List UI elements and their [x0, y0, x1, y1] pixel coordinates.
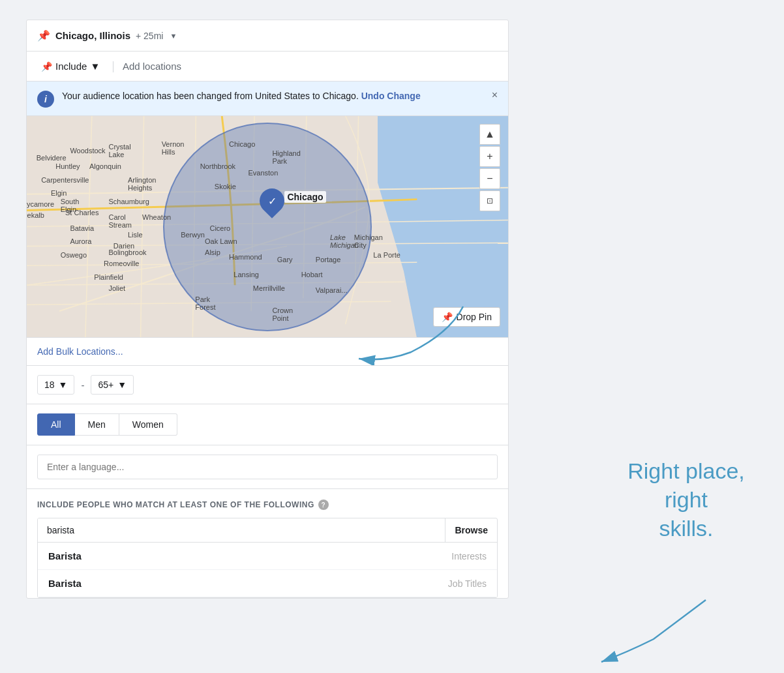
city-label-elgin: Elgin	[51, 189, 67, 197]
location-dropdown-arrow[interactable]: ▼	[170, 32, 177, 40]
city-label-wheaton: Wheaton	[142, 213, 171, 221]
search-result-barista-interests[interactable]: Barista Interests	[38, 543, 497, 570]
include-label: Include	[55, 61, 87, 72]
map-ctrl-up[interactable]: ▲	[479, 124, 500, 145]
city-label-lansing: Lansing	[234, 271, 259, 278]
gender-all-button[interactable]: All	[37, 413, 75, 436]
city-label-michigan-city: MichiganCity	[354, 233, 383, 249]
city-label-gary: Gary	[277, 256, 293, 263]
city-label-hammond: Hammond	[229, 253, 262, 261]
info-text-before: Your audience location has been changed …	[62, 91, 359, 101]
city-label-chicago-north: Chicago	[229, 140, 255, 148]
city-label-cicero: Cicero	[209, 224, 230, 232]
search-result-barista-job[interactable]: Barista Job Titles	[38, 570, 497, 597]
drop-pin-button[interactable]: 📌 Drop Pin	[433, 307, 500, 327]
city-label-romeoville: Romeoville	[104, 260, 139, 267]
browse-button[interactable]: Browse	[445, 518, 497, 542]
drop-pin-icon: 📌	[442, 312, 453, 322]
page-wrapper: 📌 Chicago, Illinois + 25mi ▼ 📌 Include ▼…	[13, 13, 771, 660]
search-browse-container: Browse Barista Interests Barista Job Tit…	[37, 518, 498, 598]
city-label-woodstock: Woodstock	[70, 147, 105, 155]
annotation-text: Right place, rightskills.	[614, 456, 758, 543]
result-name-barista-2: Barista	[48, 578, 82, 589]
map-zoom-out[interactable]: −	[479, 168, 500, 189]
undo-change-link[interactable]: Undo Change	[361, 91, 421, 101]
drop-pin-label: Drop Pin	[457, 312, 492, 322]
map-pin-label: Chicago	[284, 191, 325, 203]
age-row: 18 ▼ - 65+ ▼	[27, 366, 508, 404]
map-zoom-in[interactable]: +	[479, 146, 500, 167]
city-label-schaumburg: Schaumburg	[108, 198, 149, 205]
gender-row: All Men Women	[27, 404, 508, 445]
city-label-berwyn: Berwyn	[181, 231, 205, 239]
location-pin-icon: 📌	[37, 29, 50, 42]
help-icon[interactable]: ?	[318, 500, 329, 510]
location-row: 📌 Chicago, Illinois + 25mi ▼	[27, 20, 508, 52]
city-label-skokie: Skokie	[215, 183, 236, 190]
city-label-vernon-hills: VernonHills	[162, 140, 185, 156]
info-icon: i	[37, 91, 54, 108]
search-results-dropdown: Barista Interests Barista Job Titles	[38, 543, 497, 597]
language-input[interactable]	[37, 455, 498, 479]
age-separator: -	[81, 380, 84, 391]
interest-search-input[interactable]	[38, 518, 445, 542]
city-label-joliet: Joliet	[108, 284, 125, 292]
include-row: 📌 Include ▼ | Add locations	[27, 52, 508, 82]
city-label-sycamore: Sycamore	[27, 200, 54, 208]
city-label-evanston: Evanston	[248, 169, 278, 177]
gender-women-button[interactable]: Women	[119, 413, 177, 436]
city-label-park-forest: ParkForest	[195, 295, 215, 311]
city-label-huntley: Huntley	[55, 162, 80, 170]
include-dropdown-arrow: ▼	[90, 61, 100, 72]
age-max-value: 65+	[98, 380, 113, 390]
age-max-select[interactable]: 65+ ▼	[91, 375, 134, 395]
city-label-lisle: Lisle	[128, 231, 143, 239]
include-people-label: INCLUDE people who match at least ONE of…	[37, 500, 498, 510]
map-background: Belvidere Woodstock CrystalLake VernonHi…	[27, 116, 508, 337]
map-fullscreen[interactable]: ⊡	[479, 190, 500, 211]
age-min-arrow: ▼	[59, 380, 68, 390]
search-input-row: Browse	[38, 518, 497, 543]
city-label-highland-park: HighlandPark	[272, 149, 300, 165]
bulk-locations-row: Add Bulk Locations...	[27, 338, 508, 366]
map-pin: ✓ Chicago	[260, 188, 284, 213]
close-banner-button[interactable]: ×	[489, 89, 500, 101]
bulk-locations-link[interactable]: Add Bulk Locations...	[37, 346, 123, 357]
arrow-barista	[588, 593, 719, 672]
city-label-alsip: Alsip	[205, 248, 220, 256]
include-button[interactable]: 📌 Include ▼	[37, 58, 104, 74]
city-label-merrillville: Merrillville	[253, 284, 285, 292]
map-pin-check: ✓	[268, 195, 277, 207]
info-banner: i Your audience location has been change…	[27, 82, 508, 116]
city-label-crystal-lake: CrystalLake	[108, 143, 130, 158]
city-label-northbrook: Northbrook	[200, 162, 235, 170]
map-container: Belvidere Woodstock CrystalLake VernonHi…	[27, 116, 508, 338]
result-category-job-titles: Job Titles	[448, 578, 487, 589]
include-people-label-text: INCLUDE people who match at least ONE of…	[37, 500, 314, 509]
result-name-barista-1: Barista	[48, 550, 82, 561]
city-label-carpentersville: Carpentersville	[41, 176, 89, 184]
age-min-select[interactable]: 18 ▼	[37, 375, 74, 395]
language-row	[27, 445, 508, 489]
city-label-valparaiso: Valparai...	[316, 286, 348, 294]
location-radius: + 25mi	[136, 31, 163, 41]
city-label-hobart: Hobart	[301, 271, 323, 278]
city-label-oswego: Oswego	[61, 251, 87, 259]
vertical-divider: |	[112, 59, 115, 73]
gender-men-button[interactable]: Men	[75, 413, 119, 436]
location-title: Chicago, Illinois	[55, 30, 130, 41]
age-max-arrow: ▼	[117, 380, 127, 390]
result-category-interests: Interests	[451, 551, 487, 561]
main-panel: 📌 Chicago, Illinois + 25mi ▼ 📌 Include ▼…	[26, 20, 509, 599]
city-label-la-porte: La Porte	[373, 251, 400, 259]
add-locations-button[interactable]: Add locations	[123, 58, 181, 74]
city-label-batavia: Batavia	[70, 224, 94, 232]
city-label-plainfield: Plainfield	[94, 273, 123, 281]
city-label-aurora: Aurora	[70, 237, 91, 245]
city-label-dekalb: Dekalb	[27, 211, 44, 219]
city-label-portage: Portage	[316, 256, 341, 263]
annotation-label: Right place, rightskills.	[627, 458, 745, 541]
include-pin-icon: 📌	[41, 61, 52, 72]
city-label-st-charles: St Charles	[65, 209, 98, 217]
city-label-oak-lawn: Oak Lawn	[205, 237, 237, 245]
